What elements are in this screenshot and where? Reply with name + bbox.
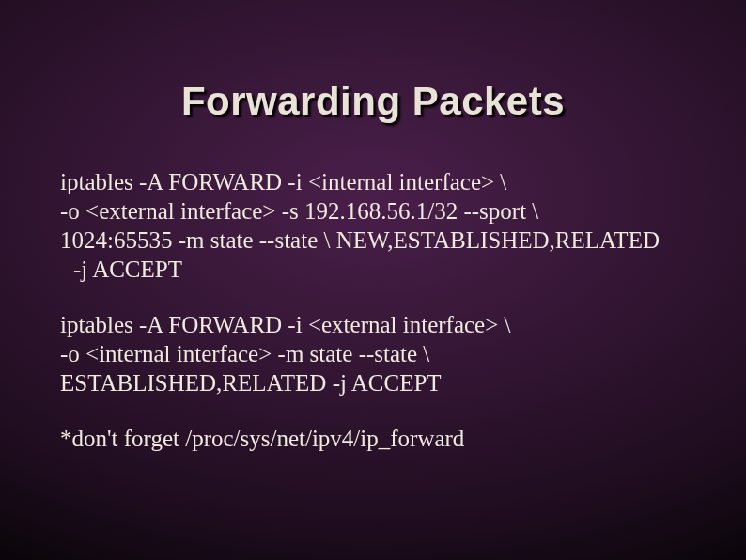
- code-line: iptables -A FORWARD -i <external interfa…: [60, 310, 690, 339]
- slide-title: Forwarding Packets: [0, 79, 746, 124]
- paragraph-3: *don't forget /proc/sys/net/ipv4/ip_forw…: [60, 424, 690, 453]
- code-line: -o <external interface> -s 192.168.56.1/…: [60, 196, 690, 226]
- code-line: 1024:65535 -m state --state \ NEW,ESTABL…: [60, 226, 690, 255]
- code-line: iptables -A FORWARD -i <internal interfa…: [60, 167, 690, 196]
- note-line: *don't forget /proc/sys/net/ipv4/ip_forw…: [60, 424, 690, 453]
- code-line: -o <internal interface> -m state --state…: [60, 339, 690, 368]
- code-line: ESTABLISHED,RELATED -j ACCEPT: [60, 368, 690, 397]
- slide-body: iptables -A FORWARD -i <internal interfa…: [60, 167, 690, 479]
- paragraph-2: iptables -A FORWARD -i <external interfa…: [60, 310, 690, 397]
- paragraph-1: iptables -A FORWARD -i <internal interfa…: [60, 167, 690, 284]
- slide: Forwarding Packets iptables -A FORWARD -…: [0, 0, 746, 560]
- code-line: -j ACCEPT: [60, 255, 690, 284]
